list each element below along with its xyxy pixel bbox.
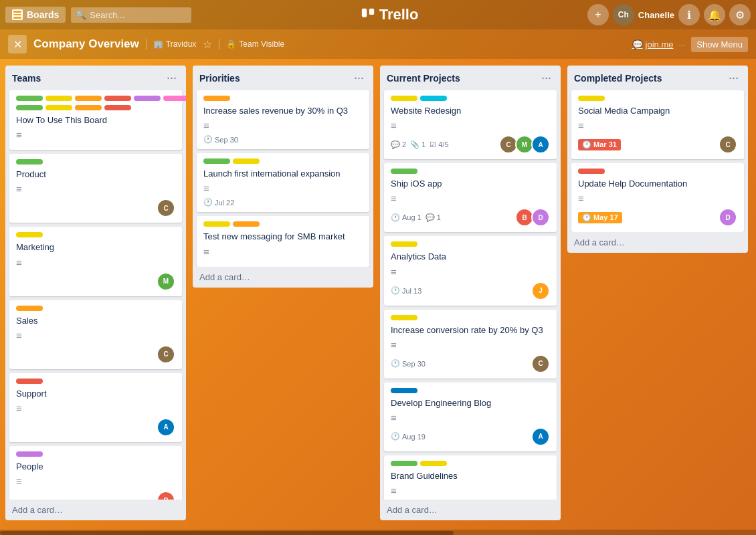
trello-icon — [361, 7, 375, 22]
list-menu-button[interactable]: ··· — [726, 71, 741, 85]
card-labels — [391, 96, 550, 101]
card-increase-sales[interactable]: Increase sales revenue by 30% in Q3≡🕐 Se… — [197, 90, 369, 149]
list-menu-button[interactable]: ··· — [351, 71, 367, 85]
search-wrap: 🔍 — [71, 7, 191, 23]
add-card-button[interactable]: Add a card… — [193, 267, 373, 288]
card-footer: 🕐 Jul 22 — [203, 198, 363, 207]
card-product[interactable]: Product≡C — [9, 154, 182, 223]
card-how-to-use[interactable]: How To Use This Board≡ — [9, 90, 182, 150]
label-green — [16, 96, 43, 101]
label-yellow — [391, 96, 417, 101]
card-engineering-blog[interactable]: Develop Engineering Blog≡🕐 Aug 19A — [384, 383, 557, 451]
add-card-button[interactable]: Add a card… — [5, 500, 186, 520]
card-labels — [16, 379, 175, 384]
list-header-current-projects: Current Projects ··· — [380, 66, 561, 90]
card-footer: M — [16, 272, 175, 291]
card-description-icon: ≡ — [391, 485, 550, 496]
card-analytics-data[interactable]: Analytics Data≡🕐 Jul 13J — [384, 236, 557, 305]
card-labels — [16, 451, 175, 457]
add-card-button[interactable]: Add a card… — [380, 500, 561, 520]
card-avatars: A — [531, 427, 550, 446]
date-badge: 🕐 Sep 30 — [391, 359, 426, 368]
add-card-button[interactable]: Add a card… — [567, 232, 748, 253]
card-description-icon: ≡ — [203, 183, 363, 194]
card-title: Social Media Campaign — [578, 105, 737, 117]
date-badge: 🕐 Jul 22 — [203, 198, 234, 207]
card-badges: 🕐 Mar 31 — [578, 139, 621, 150]
card-messaging[interactable]: Test new messaging for SMB market≡ — [197, 216, 369, 266]
info-button[interactable]: ℹ — [678, 4, 700, 25]
label-red — [16, 379, 43, 384]
list-completed-projects: Completed Projects ···Social Media Campa… — [567, 66, 748, 253]
card-brand-guidelines[interactable]: Brand Guidelines≡🕐 Jul 18M — [384, 455, 557, 500]
card-labels — [16, 232, 175, 237]
card-website-redesign[interactable]: Website Redesign≡💬 2📎 1☑ 4/5CMA — [384, 90, 557, 159]
list-cards-current-projects: Website Redesign≡💬 2📎 1☑ 4/5CMAShip iOS … — [380, 90, 561, 500]
boards-button[interactable]: Boards — [5, 7, 66, 23]
add-button[interactable]: + — [587, 4, 609, 25]
card-footer: 🕐 Aug 19A — [391, 427, 550, 446]
card-labels — [203, 158, 363, 164]
card-footer: 🕐 Sep 30 — [203, 135, 363, 144]
label-pink — [163, 96, 186, 101]
card-title: Website Redesign — [391, 105, 550, 117]
card-labels — [16, 159, 175, 165]
list-menu-button[interactable]: ··· — [164, 71, 179, 85]
scrollbar[interactable] — [0, 530, 756, 535]
card-conversion-rate[interactable]: Increase conversion rate by 20% by Q3≡🕐 … — [384, 310, 557, 379]
list-menu-button[interactable]: ··· — [539, 71, 554, 85]
workspace-item[interactable]: 🏢 Travidux — [153, 39, 197, 49]
label-blue — [391, 388, 417, 393]
avatar: Ch — [613, 4, 634, 25]
settings-button[interactable]: ⚙ — [729, 4, 751, 25]
board-header: ✕ Company Overview 🏢 Travidux ☆ 🔒 Team V… — [0, 29, 756, 59]
list-header-teams: Teams ··· — [5, 66, 186, 90]
card-footer: C — [16, 199, 175, 217]
card-labels — [16, 96, 175, 110]
card-footer: A — [16, 418, 175, 437]
visibility-label: Team Visible — [239, 39, 284, 49]
label-orange — [233, 221, 260, 227]
card-avatars: C — [157, 345, 175, 364]
card-marketing[interactable]: Marketing≡M — [9, 227, 182, 296]
list-title: Current Projects — [387, 73, 460, 84]
card-title: People — [16, 461, 175, 473]
card-support[interactable]: Support≡A — [9, 373, 182, 442]
label-yellow — [203, 221, 230, 227]
card-avatars: A — [157, 418, 175, 437]
label-yellow — [45, 105, 72, 110]
label-purple — [134, 96, 161, 101]
search-input[interactable] — [71, 7, 191, 23]
show-menu-button[interactable]: Show Menu — [691, 37, 748, 52]
card-avatars: M — [157, 272, 175, 291]
list-title: Priorities — [199, 73, 240, 84]
card-people[interactable]: People≡B — [9, 446, 182, 500]
card-social-media[interactable]: Social Media Campaign≡🕐 Mar 31C — [571, 90, 744, 159]
card-update-help[interactable]: Update Help Documentation≡🕐 May 17D — [571, 163, 744, 232]
card-avatars: D — [719, 208, 737, 227]
label-green — [391, 169, 417, 174]
card-title: Develop Engineering Blog — [391, 397, 550, 409]
list-cards-priorities: Increase sales revenue by 30% in Q3≡🕐 Se… — [193, 90, 373, 267]
card-ship-ios[interactable]: Ship iOS app≡🕐 Aug 1💬 1BD — [384, 163, 557, 232]
checklist-icon: ☑ — [430, 140, 436, 149]
boards-icon — [12, 9, 23, 20]
join-me-link[interactable]: 💬 join.me — [632, 39, 674, 49]
card-labels — [16, 306, 175, 311]
list-title: Completed Projects — [574, 73, 662, 84]
avatar: C — [719, 135, 737, 154]
clock-icon: 🕐 — [391, 286, 400, 295]
star-button[interactable]: ☆ — [203, 38, 212, 51]
card-sales[interactable]: Sales≡C — [9, 300, 182, 369]
user-avatar-button[interactable]: Ch Chanelle — [613, 4, 674, 25]
card-title: How To Use This Board — [16, 114, 175, 126]
attachment-icon: 📎 — [410, 140, 419, 149]
label-yellow — [16, 232, 43, 237]
card-international-expansion[interactable]: Launch first international expansion≡🕐 J… — [197, 153, 369, 212]
card-description-icon: ≡ — [16, 475, 175, 487]
bell-button[interactable]: 🔔 — [704, 4, 725, 25]
comment-icon: 💬 — [391, 140, 400, 149]
visibility-item[interactable]: 🔒 Team Visible — [226, 39, 284, 49]
svg-rect-0 — [362, 9, 367, 17]
avatar: A — [531, 427, 550, 446]
